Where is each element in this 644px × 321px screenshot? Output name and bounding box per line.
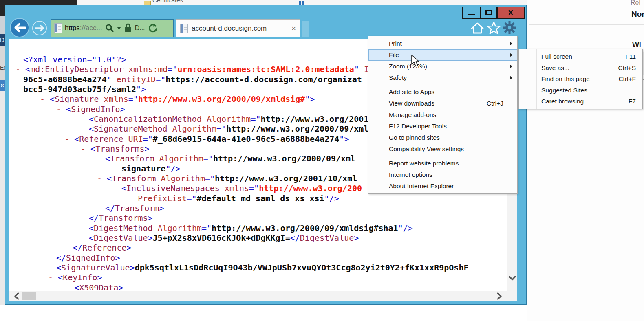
- address-bar[interactable]: https://acc... D...: [51, 19, 174, 37]
- menu-item-caret-browsing[interactable]: Caret browsingF7: [519, 96, 642, 107]
- refresh-icon[interactable]: [148, 23, 158, 33]
- menu-item-save-as[interactable]: Save as...Ctrl+S: [519, 62, 642, 74]
- menu-item-manage-add-ons[interactable]: Manage add-ons: [368, 109, 517, 121]
- xml-token-p: =": [187, 193, 196, 203]
- back-button[interactable]: [10, 18, 29, 37]
- close-icon: X: [508, 8, 513, 18]
- xml-token-el: DigestValue: [300, 233, 354, 243]
- menu-item-compatibility-view-settings[interactable]: Compatibility View settings: [368, 143, 517, 155]
- xml-token-p: <: [66, 104, 71, 114]
- xml-token-v: http://www.w3.org/2000/09/xmld: [226, 124, 373, 134]
- xml-line: PrefixList="#default md saml ds xs xsi"/…: [138, 193, 339, 203]
- menu-item-print[interactable]: Print: [368, 38, 517, 49]
- menu-item-zoom-125[interactable]: Zoom (125%): [368, 61, 517, 72]
- xml-token-p: "/>: [324, 193, 339, 203]
- menu-item-about-internet-explorer[interactable]: About Internet Explorer: [368, 180, 517, 192]
- xml-token-ns: http://www.w3.org/2000/09/xmldsig#: [138, 94, 305, 104]
- xml-token-v: https://account-d.docusign.com/organizat: [165, 75, 362, 84]
- horizontal-scrollbar[interactable]: [9, 291, 507, 301]
- forward-button[interactable]: [32, 21, 47, 35]
- menu-item-go-to-pinned-sites[interactable]: Go to pinned sites: [368, 132, 517, 143]
- maximize-button[interactable]: [481, 7, 497, 19]
- xml-token-p: <: [89, 233, 94, 243]
- tab-close-icon[interactable]: ×: [291, 24, 296, 33]
- xml-token-p: <: [107, 174, 112, 183]
- xml-token-v: dpk5sqtlxL1sDdRcUqI9O43b/VWJpUSb7xvuQYOt…: [135, 263, 469, 273]
- menu-item-full-screen[interactable]: Full screenF11: [519, 51, 642, 62]
- xml-token-p: >: [97, 273, 102, 282]
- background-wizard-panel: Rel Nor Wi: [527, 0, 644, 321]
- xml-token-v: J5+pX2s8xVD616cKJOk+dDgKKgI=: [153, 233, 290, 243]
- minimize-button[interactable]: [462, 7, 481, 19]
- xml-token-p: </: [290, 233, 300, 243]
- scroll-left-icon[interactable]: [14, 292, 20, 300]
- xml-token-p: >: [126, 243, 131, 253]
- xml-line: bcc5-947d03acb75f/saml2">: [23, 84, 146, 94]
- menu-item-add-site-to-apps[interactable]: Add site to Apps: [368, 86, 517, 98]
- xml-token-p: >: [120, 104, 125, 114]
- menu-item-view-downloads[interactable]: View downloadsCtrl+J: [368, 98, 517, 109]
- xml-token-p: >: [354, 233, 359, 243]
- menu-item-find-on-this-page[interactable]: Find on this pageCtrl+F: [519, 73, 642, 85]
- xml-token-el: Transform: [115, 203, 159, 213]
- menu-item-file[interactable]: File: [368, 49, 517, 61]
- menu-item-label: Find on this page: [541, 73, 590, 85]
- url-text[interactable]: https://acc...: [65, 24, 102, 32]
- xml-token-el: SignedInfo: [71, 104, 120, 114]
- scroll-right-icon[interactable]: [496, 292, 502, 300]
- xml-token-m: -: [81, 144, 90, 154]
- xml-token-at: URI: [124, 134, 143, 144]
- menu-item-safety[interactable]: Safety: [368, 72, 517, 84]
- xml-token-el: DigestValue: [94, 233, 148, 243]
- xml-token-p: =": [249, 183, 259, 193]
- menu-item-shortcut: Ctrl+S: [618, 62, 636, 74]
- xml-token-el: SignedInfo: [66, 253, 115, 263]
- menu-item-label: Caret browsing: [541, 96, 584, 107]
- xml-line: </Transforms>: [89, 213, 153, 223]
- menu-item-shortcut: F11: [625, 51, 636, 62]
- menu-item-label: Safety: [389, 72, 407, 84]
- maximize-icon: [485, 10, 492, 15]
- xml-token-p: <: [89, 114, 94, 124]
- menu-item-internet-options[interactable]: Internet options: [368, 169, 517, 180]
- xml-token-p: <: [56, 263, 61, 273]
- scroll-down-icon[interactable]: [509, 275, 516, 281]
- xml-token-m: -: [64, 134, 74, 144]
- menu-item-suggested-sites[interactable]: Suggested Sites: [519, 85, 642, 96]
- xml-token-p: <: [58, 273, 63, 282]
- xml-token-p: <: [90, 144, 95, 154]
- new-tab-stub[interactable]: [302, 21, 309, 37]
- favorites-button[interactable]: [487, 21, 501, 36]
- menu-item-report-website-problems[interactable]: Report website problems: [368, 158, 517, 169]
- menu-item-label: Full screen: [541, 51, 572, 62]
- gear-icon: [502, 20, 517, 35]
- xml-token-p: >: [115, 253, 120, 263]
- xml-token-p: <: [74, 283, 79, 291]
- browser-tab[interactable]: account-d.docusign.com ×: [176, 19, 300, 37]
- xml-token-p: =": [168, 64, 177, 74]
- menu-item-f12-developer-tools[interactable]: F12 Developer Tools: [368, 121, 517, 132]
- xml-token-el: InclusiveNamespaces: [126, 183, 220, 193]
- search-icon[interactable]: [105, 24, 114, 33]
- tools-button[interactable]: [502, 20, 517, 37]
- xml-token-p: <: [89, 124, 94, 134]
- close-button[interactable]: X: [497, 7, 525, 19]
- certificate-owner-label[interactable]: D...: [135, 24, 145, 32]
- xml-token-at: Algorithm: [168, 124, 216, 134]
- xml-token-m: -: [40, 94, 50, 104]
- xml-line: <CanonicalizationMethod Algorithm="http:…: [89, 114, 384, 124]
- xml-token-v: #default md saml ds xs xsi: [197, 193, 324, 203]
- xml-token-v: #_68d6e915-644a-41e0-96c5-a6888be4a274: [153, 134, 340, 144]
- home-button[interactable]: [470, 22, 485, 36]
- submenu-arrow-icon: [510, 64, 512, 68]
- xml-token-p: <: [121, 183, 126, 193]
- horizontal-scrollbar-thumb[interactable]: [22, 292, 36, 300]
- xml-token-p: </: [105, 203, 115, 213]
- xml-token-p: ">: [339, 134, 349, 144]
- menu-item-label: View downloads: [389, 98, 434, 109]
- menu-item-label: Print: [389, 38, 402, 49]
- xml-token-el: KeyInfo: [63, 273, 97, 282]
- submenu-arrow-icon: [510, 76, 512, 80]
- chevron-down-icon[interactable]: [117, 27, 121, 29]
- xml-token-at: entityID: [112, 75, 156, 84]
